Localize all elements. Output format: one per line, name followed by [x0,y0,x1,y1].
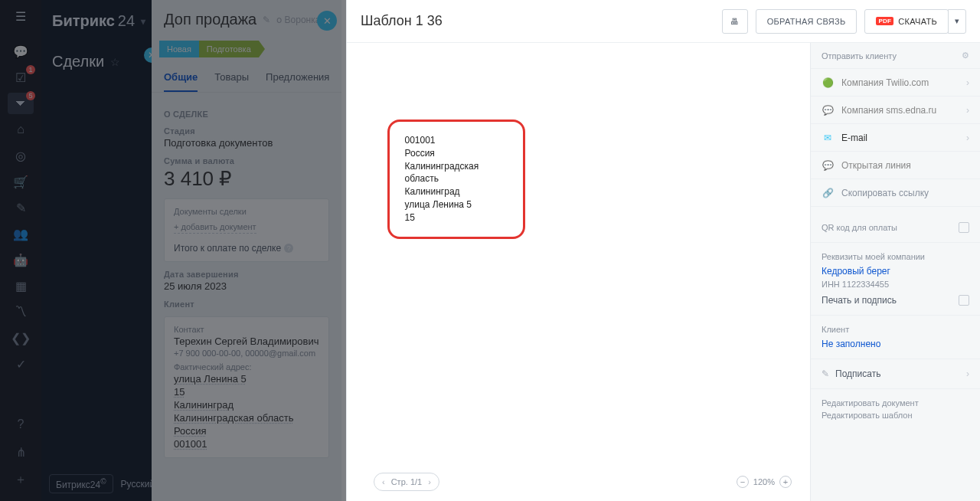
stamp-checkbox[interactable] [959,295,969,306]
whatsapp-icon: 🟢 [822,77,834,88]
mail-icon: ✉ [822,133,834,143]
prev-page-button[interactable]: ‹ [382,477,385,486]
nav-robot-icon[interactable]: 🤖 [8,249,34,270]
client-box: Контакт Терехин Сергей Владимирович +7 9… [164,316,329,458]
feedback-button[interactable]: ОБРАТНАЯ СВЯЗЬ [756,9,858,34]
star-icon[interactable]: ☆ [110,56,120,68]
document-page: 001001 Россия Калининградская область Ка… [372,58,786,472]
gear-icon[interactable]: ⚙ [962,51,969,61]
zoom-out-button[interactable]: − [737,476,749,488]
section-title[interactable]: Сделки ☆ [41,42,152,81]
chevron-right-icon: › [966,77,969,88]
copy-link[interactable]: 🔗Скопировать ссылку [811,178,980,206]
stage-row: Новая Подготовка [152,41,341,57]
stage-value: Подготовка документов [164,137,329,149]
requisites-company[interactable]: Кедровый берег [822,266,969,277]
edit-icon[interactable]: ✎ [263,15,270,25]
qr-label: QR код для оплаты [822,223,897,232]
nav-checklist-icon[interactable]: ☑1 [8,67,34,88]
print-button[interactable]: 🖶 [722,9,747,34]
close-deal-button[interactable]: ✕ [317,11,337,31]
nav-analytics-icon[interactable]: 〽 [8,301,34,323]
nav-help-icon[interactable]: ? [8,414,34,435]
docs-total: Итого к оплате по сделке? [174,243,319,254]
chat-icon: 💬 [822,160,834,171]
tab-products[interactable]: Товары [214,64,249,92]
template-header: Шаблон 1 36 🖶 ОБРАТНАЯ СВЯЗЬ PDFСКАЧАТЬ … [347,0,980,43]
doc-line: Калининград [405,185,508,198]
contact-name: Терехин Сергей Владимирович [174,336,319,347]
addr-street: улица Ленина 5 [174,373,319,385]
requisites-label: Реквизиты моей компании [822,252,969,261]
nav-pencil-icon[interactable]: ✎ [8,197,34,218]
nav-chat-icon[interactable]: 💬 [8,41,34,62]
download-button[interactable]: PDFСКАЧАТЬ [864,9,949,34]
nav-sitemap-icon[interactable]: ⋔ [8,441,34,463]
doc-line: Россия [405,147,508,160]
chevron-right-icon: › [966,105,969,116]
nav-box-icon[interactable]: ▦ [8,275,34,296]
client-block: Клиент Не заполнено [811,315,980,359]
deal-title: Доп продажа ✎ 𝗈 Воронка [164,11,329,28]
addr-house: 15 [174,386,319,398]
edit-document-link[interactable]: Редактировать документ [822,398,969,408]
tab-offers[interactable]: Предложения [266,64,329,92]
nav-contacts-icon[interactable]: 👥 [8,223,34,244]
funnel-label[interactable]: 𝗈 Воронка [276,15,320,25]
sign-button[interactable]: ✎ Подписать › [811,359,980,388]
send-email[interactable]: ✉E-mail› [811,123,980,151]
nav-filter-icon[interactable]: ⏷5 [8,93,34,114]
sms-icon: 💬 [822,105,834,116]
nav-cart-icon[interactable]: 🛒 [8,171,34,192]
addr-zip: 001001 [174,438,319,450]
qr-checkbox[interactable] [959,222,969,233]
menu-icon[interactable]: ☰ [15,9,26,24]
client-label: Клиент [164,300,329,309]
deal-panel: Доп продажа ✎ 𝗈 Воронка ✕ Новая Подготов… [152,0,341,501]
deal-tabs: Общие Товары Предложения [152,64,341,93]
stamp-label: Печать и подпись [822,295,897,306]
addr-region: Калининградская область [174,412,319,424]
footer-lang[interactable]: Русский [121,479,155,490]
addr-city: Калининград [174,399,319,411]
sign-block: ✎ Подписать › [811,359,980,388]
brand-column: Битрикс24 ▾ Сделки ☆ ✕ Битрикс24© Русски… [41,0,152,501]
stage-prep[interactable]: Подготовка [199,41,259,57]
nav-code-icon[interactable]: ❮❯ [8,327,34,349]
document-canvas[interactable]: 001001 Россия Калининградская область Ка… [347,43,810,501]
chevron-right-icon: › [966,133,969,143]
badge: 5 [26,91,35,100]
date-label: Дата завершения [164,270,329,279]
chevron-right-icon: › [966,368,969,379]
download-caret-button[interactable]: ▾ [948,9,966,34]
nav-check-icon[interactable]: ✓ [8,353,34,375]
edit-template-link[interactable]: Редактировать шаблон [822,411,969,420]
stage-new[interactable]: Новая [159,41,199,57]
send-client-label: Отправить клиенту [822,51,897,61]
docs-title: Документы сделки [174,207,319,216]
help-icon[interactable]: ? [284,244,293,253]
zoom-in-button[interactable]: + [779,476,792,488]
requisites-block: Реквизиты моей компании Кедровый берег И… [811,242,980,315]
send-twilio[interactable]: 🟢Компания Twilio.com› [811,68,980,96]
client-value[interactable]: Не заполнено [822,339,969,349]
contact-label: Контакт [174,325,319,334]
nav-plus-icon[interactable]: ＋ [8,469,34,490]
template-sidebar: Отправить клиенту ⚙ 🟢Компания Twilio.com… [810,43,980,501]
about-section-label: О СДЕЛКЕ [164,110,329,119]
add-document-link[interactable]: + добавить документ [174,222,256,234]
footer-logo[interactable]: Битрикс24© [49,474,113,493]
nav-target-icon[interactable]: ◎ [8,145,34,166]
brand-logo[interactable]: Битрикс24 ▾ [41,0,152,42]
amount-value: 3 410 ₽ [164,167,329,191]
tab-general[interactable]: Общие [164,64,198,92]
pdf-badge: PDF [876,17,893,25]
brand-suffix: 24 [118,12,135,30]
send-openline[interactable]: 💬Открытая линия [811,151,980,178]
send-edna[interactable]: 💬Компания sms.edna.ru› [811,96,980,123]
next-page-button[interactable]: › [428,477,431,486]
address-highlight: 001001 Россия Калининградская область Ка… [387,120,525,239]
doc-line: Калининградская область [405,160,508,186]
nav-home-icon[interactable]: ⌂ [8,119,34,140]
side-footer: Редактировать документ Редактировать шаб… [811,388,980,432]
